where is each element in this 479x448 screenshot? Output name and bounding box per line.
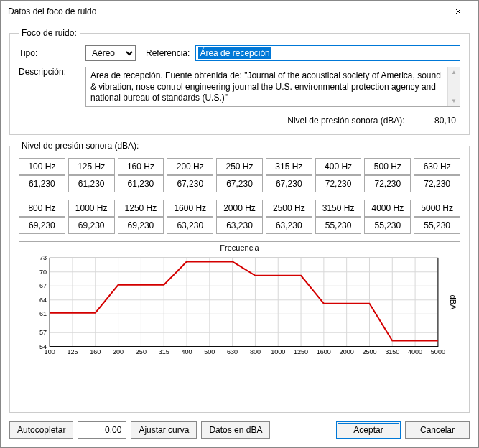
freq-value-cell[interactable]: 61,230 bbox=[118, 175, 164, 192]
freq-value-cell[interactable]: 63,230 bbox=[216, 217, 263, 234]
freq-value-cell[interactable]: 72,230 bbox=[364, 175, 411, 192]
freq-value-cell[interactable]: 55,230 bbox=[315, 217, 362, 234]
chart-svg: 5457616467707310012516020025031540050063… bbox=[27, 248, 452, 358]
descripcion-text: Area de recepción. Fuente obtenida de: "… bbox=[90, 70, 455, 104]
freq-row-1-values: 61,23061,23061,23067,23067,23067,23072,2… bbox=[19, 175, 460, 192]
svg-text:800: 800 bbox=[250, 348, 261, 355]
value-input[interactable] bbox=[78, 421, 126, 439]
freq-header-cell: 2500 Hz bbox=[266, 200, 312, 217]
svg-text:2000: 2000 bbox=[340, 348, 354, 355]
freq-value-cell[interactable]: 69,230 bbox=[19, 217, 65, 234]
window-title: Datos del foco de ruido bbox=[8, 6, 444, 17]
foco-legend: Foco de ruido: bbox=[19, 28, 80, 38]
freq-row-2-headers: 800 Hz1000 Hz1250 Hz1600 Hz2000 Hz2500 H… bbox=[19, 200, 460, 217]
dialog-window: Datos del foco de ruido Foco de ruido: T… bbox=[0, 0, 479, 448]
svg-text:315: 315 bbox=[159, 348, 169, 355]
scrollbar[interactable]: ▲ ▼ bbox=[447, 67, 460, 106]
freq-header-cell: 100 Hz bbox=[19, 158, 65, 175]
freq-value-cell[interactable]: 61,230 bbox=[68, 175, 115, 192]
freq-header-cell: 4000 Hz bbox=[364, 200, 411, 217]
svg-text:500: 500 bbox=[204, 348, 215, 355]
tipo-label: Tipo: bbox=[19, 48, 80, 58]
svg-text:160: 160 bbox=[90, 348, 101, 355]
chart: Frecuencia dBA 5457616467707310012516020… bbox=[19, 241, 460, 363]
freq-header-cell: 315 Hz bbox=[266, 158, 312, 175]
svg-rect-50 bbox=[50, 258, 438, 346]
freq-header-cell: 5000 Hz bbox=[414, 200, 460, 217]
datos-dba-button[interactable]: Datos en dBA bbox=[201, 421, 270, 439]
freq-value-cell[interactable]: 72,230 bbox=[414, 175, 460, 192]
freq-value-cell[interactable]: 69,230 bbox=[118, 217, 164, 234]
nps-label: Nivel de presión sonora (dBA): bbox=[287, 116, 404, 126]
svg-text:3150: 3150 bbox=[385, 348, 399, 355]
freq-value-cell[interactable]: 63,230 bbox=[266, 217, 312, 234]
tipo-select[interactable]: Aéreo bbox=[85, 45, 136, 61]
freq-header-cell: 160 Hz bbox=[118, 158, 164, 175]
svg-text:5000: 5000 bbox=[431, 348, 445, 355]
svg-text:2500: 2500 bbox=[362, 348, 376, 355]
svg-text:100: 100 bbox=[45, 348, 55, 355]
freq-value-cell[interactable]: 67,230 bbox=[216, 175, 263, 192]
freq-header-cell: 800 Hz bbox=[19, 200, 65, 217]
freq-header-cell: 500 Hz bbox=[364, 158, 411, 175]
descripcion-label: Descripción: bbox=[19, 67, 80, 77]
svg-text:200: 200 bbox=[113, 348, 124, 355]
svg-text:57: 57 bbox=[39, 329, 47, 336]
aceptar-button[interactable]: Aceptar bbox=[336, 421, 401, 439]
svg-text:61: 61 bbox=[39, 310, 47, 317]
freq-header-cell: 1600 Hz bbox=[167, 200, 213, 217]
freq-value-cell[interactable]: 61,230 bbox=[19, 175, 65, 192]
referencia-input[interactable]: Área de recepción bbox=[195, 45, 460, 61]
descripcion-textarea[interactable]: Area de recepción. Fuente obtenida de: "… bbox=[85, 67, 460, 107]
freq-header-cell: 200 Hz bbox=[167, 158, 213, 175]
referencia-value: Área de recepción bbox=[198, 47, 271, 59]
freq-value-cell[interactable]: 72,230 bbox=[315, 175, 362, 192]
cancelar-button[interactable]: Cancelar bbox=[405, 421, 470, 439]
foco-group: Foco de ruido: Tipo: Aéreo Referencia: Á… bbox=[9, 28, 470, 135]
freq-value-cell[interactable]: 63,230 bbox=[167, 217, 213, 234]
freq-value-cell[interactable]: 69,230 bbox=[68, 217, 115, 234]
freq-header-cell: 250 Hz bbox=[216, 158, 263, 175]
button-row: Autocopletar Ajustar curva Datos en dBA … bbox=[9, 421, 470, 439]
svg-text:250: 250 bbox=[136, 348, 147, 355]
scroll-down-icon[interactable]: ▼ bbox=[451, 98, 457, 105]
freq-row-2-values: 69,23069,23069,23063,23063,23063,23055,2… bbox=[19, 217, 460, 234]
svg-text:4000: 4000 bbox=[408, 348, 422, 355]
freq-header-cell: 1250 Hz bbox=[118, 200, 164, 217]
svg-text:1600: 1600 bbox=[317, 348, 331, 355]
chart-title: Frecuencia bbox=[220, 243, 259, 252]
svg-text:1250: 1250 bbox=[294, 348, 308, 355]
nivel-legend: Nivel de presión sonora (dBA): bbox=[19, 141, 141, 151]
svg-text:125: 125 bbox=[67, 348, 78, 355]
freq-header-cell: 630 Hz bbox=[414, 158, 460, 175]
freq-header-cell: 3150 Hz bbox=[315, 200, 362, 217]
autocompletar-button[interactable]: Autocopletar bbox=[9, 421, 73, 439]
ajustar-curva-button[interactable]: Ajustar curva bbox=[131, 421, 197, 439]
freq-value-cell[interactable]: 55,230 bbox=[414, 217, 460, 234]
chart-ylabel: dBA bbox=[450, 295, 458, 310]
freq-value-cell[interactable]: 67,230 bbox=[167, 175, 213, 192]
scroll-up-icon[interactable]: ▲ bbox=[451, 69, 457, 76]
svg-text:70: 70 bbox=[39, 269, 47, 276]
nivel-group: Nivel de presión sonora (dBA): 100 Hz125… bbox=[9, 141, 470, 413]
nps-value: 80,10 bbox=[420, 116, 456, 126]
svg-text:64: 64 bbox=[39, 297, 47, 304]
nps-summary: Nivel de presión sonora (dBA): 80,10 bbox=[19, 113, 460, 126]
svg-text:67: 67 bbox=[39, 282, 47, 289]
close-icon[interactable] bbox=[444, 1, 473, 22]
freq-value-cell[interactable]: 55,230 bbox=[364, 217, 411, 234]
svg-text:1000: 1000 bbox=[271, 348, 285, 355]
freq-header-cell: 125 Hz bbox=[68, 158, 115, 175]
titlebar: Datos del foco de ruido bbox=[1, 1, 478, 22]
svg-text:73: 73 bbox=[39, 254, 47, 261]
freq-row-1-headers: 100 Hz125 Hz160 Hz200 Hz250 Hz315 Hz400 … bbox=[19, 158, 460, 175]
referencia-label: Referencia: bbox=[146, 48, 190, 58]
svg-text:400: 400 bbox=[181, 348, 192, 355]
freq-header-cell: 400 Hz bbox=[315, 158, 362, 175]
freq-header-cell: 1000 Hz bbox=[68, 200, 115, 217]
freq-header-cell: 2000 Hz bbox=[216, 200, 263, 217]
svg-text:630: 630 bbox=[227, 348, 238, 355]
freq-value-cell[interactable]: 67,230 bbox=[266, 175, 312, 192]
